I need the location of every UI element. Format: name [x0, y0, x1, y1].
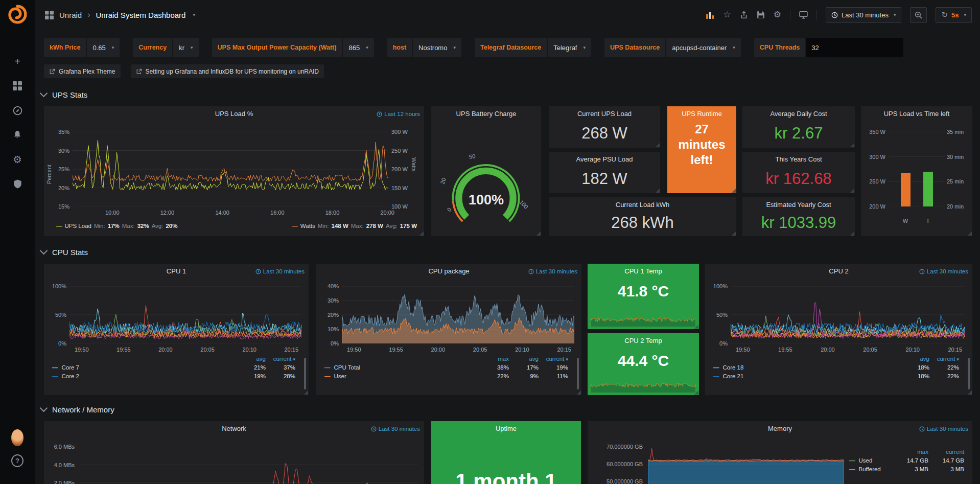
link-grafana-plex-theme[interactable]: Grafana Plex Theme: [44, 64, 121, 78]
dashboard-title[interactable]: Unraid System Dashboard: [96, 11, 186, 19]
cpu2-chart[interactable]: [731, 286, 965, 343]
legend-column-avg[interactable]: avg: [236, 356, 266, 362]
panel-resize-handle[interactable]: [694, 390, 698, 395]
panel-title[interactable]: Estimated Yearly Cost: [742, 201, 855, 209]
share-button[interactable]: [740, 11, 748, 19]
network-chart[interactable]: [80, 447, 418, 484]
panel-time-override[interactable]: Last 30 minutes: [919, 426, 968, 432]
sidebar-item-dashboards[interactable]: [11, 81, 24, 91]
sidebar-item-configuration[interactable]: ⚙: [11, 154, 24, 165]
panel-title[interactable]: Average Daily Cost: [742, 110, 855, 118]
panel-resize-handle[interactable]: [419, 232, 424, 236]
panel-title[interactable]: Network: [44, 425, 424, 432]
panel-title[interactable]: Memory: [588, 425, 972, 432]
legend-column-max[interactable]: max: [893, 449, 928, 455]
row-header-cpu-stats[interactable]: CPU Stats: [41, 245, 88, 259]
legend-series-name[interactable]: Buffered: [859, 466, 881, 472]
legend-column-max[interactable]: max: [479, 356, 509, 362]
legend-series-name[interactable]: Core 7: [62, 364, 80, 371]
legend-series-name[interactable]: Core 21: [723, 373, 744, 379]
zoom-out-button[interactable]: [910, 7, 927, 23]
cpu1-chart[interactable]: [69, 286, 301, 343]
panel-resize-handle[interactable]: [536, 232, 541, 236]
legend-column-current[interactable]: current: [928, 449, 964, 455]
save-button[interactable]: [757, 11, 765, 19]
panel-time-override[interactable]: Last 30 minutes: [371, 426, 420, 432]
panel-resize-handle[interactable]: [850, 189, 854, 193]
panel-resize-handle[interactable]: [850, 232, 854, 236]
sidebar-item-alerting[interactable]: [11, 130, 24, 140]
refresh-picker-button[interactable]: ↻ 5s ▾: [936, 7, 972, 23]
panel-resize-handle[interactable]: [577, 390, 581, 395]
panel-title[interactable]: UPS Runtime: [667, 110, 736, 118]
panel-resize-handle[interactable]: [732, 189, 736, 193]
legend-series-name[interactable]: Core 2: [62, 373, 80, 379]
cpu-package-chart[interactable]: [342, 286, 574, 343]
panel-time-override[interactable]: Last 30 minutes: [919, 268, 968, 274]
variable-value-dropdown[interactable]: kr▾: [173, 38, 198, 57]
star-button[interactable]: ☆: [724, 11, 731, 19]
legend-scrollbar[interactable]: [577, 358, 579, 389]
variable-value-dropdown[interactable]: Telegraf▾: [548, 38, 591, 57]
user-avatar[interactable]: [11, 429, 24, 446]
legend-series-name[interactable]: User: [334, 373, 346, 379]
variable-value-dropdown[interactable]: Nostromo▾: [413, 38, 461, 57]
legend-column-current[interactable]: current▾: [266, 356, 295, 362]
sidebar-item-create[interactable]: +: [11, 56, 24, 66]
legend-scrollbar[interactable]: [968, 358, 970, 389]
legend-column-current[interactable]: current▾: [929, 356, 959, 362]
legend-series-name[interactable]: Core 18: [723, 364, 744, 371]
panel-resize-handle[interactable]: [968, 390, 972, 395]
variable-value-dropdown[interactable]: apcupsd-container▾: [666, 38, 741, 57]
panel-resize-handle[interactable]: [850, 143, 854, 147]
panel-resize-handle[interactable]: [656, 189, 660, 193]
panel-title[interactable]: CPU 1 Temp: [588, 267, 699, 275]
panel-title[interactable]: UPS Load %: [44, 110, 424, 118]
variable-value-dropdown[interactable]: 0.65▾: [87, 38, 120, 57]
grafana-logo[interactable]: [7, 4, 28, 25]
dashboard-list-icon[interactable]: [45, 11, 54, 19]
panel-title[interactable]: Uptime: [431, 425, 581, 432]
panel-title[interactable]: UPS Load vs Time left: [861, 110, 972, 118]
row-header-network-memory[interactable]: Network / Memory: [41, 403, 114, 416]
legend-column-avg[interactable]: avg: [900, 356, 929, 362]
legend-scrollbar[interactable]: [304, 358, 306, 389]
cpu-threads-input[interactable]: [806, 38, 903, 57]
panel-title[interactable]: CPU 2 Temp: [588, 337, 699, 344]
panel-resize-handle[interactable]: [656, 143, 660, 147]
ups-load-chart[interactable]: [73, 132, 388, 206]
help-button[interactable]: ?: [11, 454, 24, 467]
panel-title[interactable]: Average PSU Load: [549, 155, 660, 163]
legend-column-current[interactable]: current▾: [539, 356, 568, 362]
dashboard-settings-button[interactable]: ⚙: [774, 11, 781, 19]
panel-resize-handle[interactable]: [732, 232, 736, 236]
panel-title[interactable]: Current UPS Load: [549, 110, 660, 118]
panel-time-override[interactable]: Last 30 minutes: [528, 268, 577, 274]
panel-time-override[interactable]: Last 12 hours: [377, 111, 420, 117]
sidebar-item-server-admin[interactable]: [11, 179, 24, 189]
panel-title[interactable]: This Years Cost: [742, 155, 855, 163]
variable-value-dropdown[interactable]: 865▾: [343, 38, 374, 57]
panel-resize-handle[interactable]: [304, 390, 308, 395]
legend-series-name[interactable]: Watts: [300, 223, 315, 229]
panel-resize-handle[interactable]: [968, 232, 972, 236]
panel-title[interactable]: UPS Battery Charge: [431, 110, 541, 118]
panel-resize-handle[interactable]: [694, 325, 698, 329]
legend-series-name[interactable]: Used: [859, 457, 873, 464]
link-ups-monitoring-guide[interactable]: Setting up Grafana and InfluxDB for UPS …: [131, 64, 324, 78]
bar-chart[interactable]: [889, 132, 945, 206]
time-picker-button[interactable]: Last 30 minutes ▾: [826, 7, 901, 23]
memory-chart[interactable]: [648, 447, 844, 484]
x-axis: 19:50 19:55 20:00 20:05 20:10 20:15: [347, 347, 571, 353]
legend-series-name[interactable]: CPU Total: [334, 364, 361, 371]
add-panel-button[interactable]: [706, 11, 715, 19]
panel-title[interactable]: Current Load kWh: [549, 201, 736, 209]
legend-series-name[interactable]: UPS Load: [65, 223, 91, 229]
sidebar-item-explore[interactable]: [11, 105, 24, 116]
panel-time-override[interactable]: Last 30 minutes: [255, 268, 305, 274]
legend-column-avg[interactable]: avg: [509, 356, 539, 362]
row-header-ups-stats[interactable]: UPS Stats: [41, 88, 87, 101]
title-caret-icon[interactable]: ▾: [193, 12, 195, 17]
breadcrumb-section[interactable]: Unraid: [59, 11, 82, 19]
tv-mode-button[interactable]: [799, 11, 808, 19]
